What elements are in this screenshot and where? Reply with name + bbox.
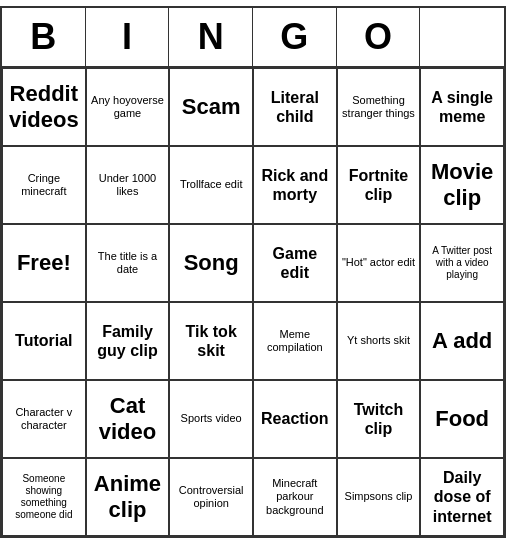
header-letter-3: G bbox=[253, 8, 337, 66]
bingo-cell-9: Rick and morty bbox=[253, 146, 337, 224]
bingo-cell-28: Twitch clip bbox=[337, 380, 421, 458]
bingo-cell-23: A add bbox=[420, 302, 504, 380]
bingo-cell-4: Something stranger things bbox=[337, 68, 421, 146]
cell-text-24: Character v character bbox=[7, 406, 81, 432]
cell-text-18: Tutorial bbox=[15, 331, 72, 350]
bingo-cell-30: Someone showing something someone did bbox=[2, 458, 86, 536]
cell-text-10: Fortnite clip bbox=[342, 166, 416, 204]
bingo-cell-34: Simpsons clip bbox=[337, 458, 421, 536]
cell-text-8: Trollface edit bbox=[180, 178, 243, 191]
cell-text-22: Yt shorts skit bbox=[347, 334, 410, 347]
cell-text-29: Food bbox=[435, 406, 489, 432]
bingo-cell-10: Fortnite clip bbox=[337, 146, 421, 224]
cell-text-32: Controversial opinion bbox=[174, 484, 248, 510]
cell-text-27: Reaction bbox=[261, 409, 329, 428]
cell-text-17: A Twitter post with a video playing bbox=[425, 245, 499, 281]
bingo-cell-15: Game edit bbox=[253, 224, 337, 302]
bingo-cell-32: Controversial opinion bbox=[169, 458, 253, 536]
cell-text-23: A add bbox=[432, 328, 492, 354]
bingo-cell-21: Meme compilation bbox=[253, 302, 337, 380]
cell-text-15: Game edit bbox=[258, 244, 332, 282]
cell-text-26: Sports video bbox=[181, 412, 242, 425]
header-letter-0: B bbox=[2, 8, 86, 66]
bingo-cell-20: Tik tok skit bbox=[169, 302, 253, 380]
bingo-cell-35: Daily dose of internet bbox=[420, 458, 504, 536]
cell-text-20: Tik tok skit bbox=[174, 322, 248, 360]
bingo-cell-26: Sports video bbox=[169, 380, 253, 458]
cell-text-1: Any hoyoverse game bbox=[91, 94, 165, 120]
bingo-cell-22: Yt shorts skit bbox=[337, 302, 421, 380]
bingo-cell-29: Food bbox=[420, 380, 504, 458]
cell-text-11: Movie clip bbox=[425, 159, 499, 212]
header-letter-5 bbox=[420, 8, 504, 66]
bingo-cell-11: Movie clip bbox=[420, 146, 504, 224]
bingo-cell-14: Song bbox=[169, 224, 253, 302]
bingo-cell-24: Character v character bbox=[2, 380, 86, 458]
bingo-cell-0: Reddit videos bbox=[2, 68, 86, 146]
header-letter-2: N bbox=[169, 8, 253, 66]
bingo-header: BINGO bbox=[2, 8, 504, 68]
cell-text-25: Cat video bbox=[91, 393, 165, 446]
bingo-cell-6: Cringe minecraft bbox=[2, 146, 86, 224]
cell-text-31: Anime clip bbox=[91, 471, 165, 524]
bingo-grid: Reddit videosAny hoyoverse gameScamLiter… bbox=[2, 68, 504, 536]
cell-text-4: Something stranger things bbox=[342, 94, 416, 120]
bingo-cell-8: Trollface edit bbox=[169, 146, 253, 224]
bingo-cell-5: A single meme bbox=[420, 68, 504, 146]
bingo-cell-13: The title is a date bbox=[86, 224, 170, 302]
cell-text-16: "Hot" actor edit bbox=[342, 256, 415, 269]
cell-text-6: Cringe minecraft bbox=[7, 172, 81, 198]
bingo-cell-27: Reaction bbox=[253, 380, 337, 458]
bingo-cell-7: Under 1000 likes bbox=[86, 146, 170, 224]
bingo-cell-17: A Twitter post with a video playing bbox=[420, 224, 504, 302]
bingo-cell-3: Literal child bbox=[253, 68, 337, 146]
cell-text-2: Scam bbox=[182, 94, 241, 120]
cell-text-0: Reddit videos bbox=[7, 81, 81, 134]
cell-text-13: The title is a date bbox=[91, 250, 165, 276]
cell-text-35: Daily dose of internet bbox=[425, 468, 499, 526]
bingo-cell-12: Free! bbox=[2, 224, 86, 302]
header-letter-4: O bbox=[337, 8, 421, 66]
cell-text-14: Song bbox=[184, 250, 239, 276]
cell-text-7: Under 1000 likes bbox=[91, 172, 165, 198]
bingo-cell-25: Cat video bbox=[86, 380, 170, 458]
bingo-cell-33: Minecraft parkour background bbox=[253, 458, 337, 536]
header-letter-1: I bbox=[86, 8, 170, 66]
cell-text-30: Someone showing something someone did bbox=[7, 473, 81, 521]
bingo-cell-1: Any hoyoverse game bbox=[86, 68, 170, 146]
bingo-card: BINGO Reddit videosAny hoyoverse gameSca… bbox=[0, 6, 506, 538]
cell-text-21: Meme compilation bbox=[258, 328, 332, 354]
cell-text-9: Rick and morty bbox=[258, 166, 332, 204]
cell-text-28: Twitch clip bbox=[342, 400, 416, 438]
cell-text-33: Minecraft parkour background bbox=[258, 477, 332, 517]
cell-text-19: Family guy clip bbox=[91, 322, 165, 360]
bingo-cell-16: "Hot" actor edit bbox=[337, 224, 421, 302]
bingo-cell-31: Anime clip bbox=[86, 458, 170, 536]
cell-text-12: Free! bbox=[17, 250, 71, 276]
cell-text-5: A single meme bbox=[425, 88, 499, 126]
cell-text-3: Literal child bbox=[258, 88, 332, 126]
bingo-cell-18: Tutorial bbox=[2, 302, 86, 380]
bingo-cell-2: Scam bbox=[169, 68, 253, 146]
bingo-cell-19: Family guy clip bbox=[86, 302, 170, 380]
cell-text-34: Simpsons clip bbox=[345, 490, 413, 503]
